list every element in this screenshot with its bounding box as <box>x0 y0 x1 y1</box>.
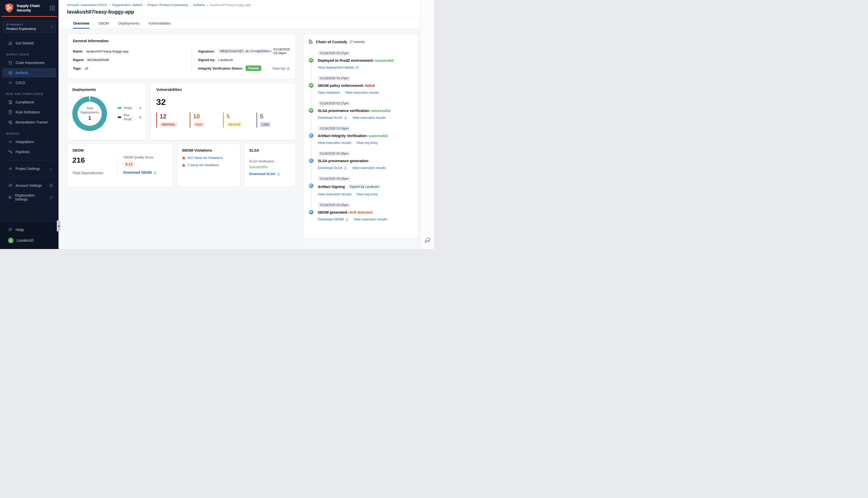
sidebar-user[interactable]: L Lavakush <box>2 235 56 246</box>
view-execution-results-link[interactable]: View execution results <box>345 91 379 94</box>
tab-vulnerabilities[interactable]: Vulnerabilities <box>148 18 171 29</box>
breadcrumb-organization[interactable]: Organization: default <box>112 3 142 7</box>
download-icon <box>344 166 347 169</box>
download-slsa-link[interactable]: Download SLSA <box>318 116 347 119</box>
breadcrumb-account[interactable]: Account: Automation-SSCA <box>67 3 107 7</box>
legend-value: 1 <box>139 106 141 110</box>
tab-deployments[interactable]: Deployments <box>118 18 139 29</box>
card-title: SLSA <box>249 148 291 152</box>
download-sbom-link[interactable]: Download SBOM <box>123 170 157 174</box>
scan-circle-icon <box>308 209 314 215</box>
allow-list-violations-link[interactable]: 637 Allow list Violations <box>187 156 223 160</box>
event-sbom-generated: 01/16/2025 03:25pm SBOM generated - drif… <box>308 202 413 228</box>
sidebar-item-label: Get Started <box>16 41 34 45</box>
event-title: Artifact Integrity Verification <box>318 134 366 138</box>
artifact-digest: 8d23bd3b5d8f <box>87 58 109 62</box>
sidebar-item-label: Artifacts <box>16 71 28 75</box>
view-execution-results-link[interactable]: View execution results <box>352 166 386 170</box>
sidebar-item-compliance[interactable]: Compliance <box>2 97 56 107</box>
event-separator: - <box>363 83 365 88</box>
slsa-status: Successful <box>249 165 291 169</box>
tab-sbom[interactable]: SBOM <box>99 18 109 29</box>
sidebar-item-artifacts[interactable]: Artifacts <box>2 68 56 78</box>
page-title: lavakush07/easy-buggy-app <box>67 9 434 15</box>
artifacts-cube-icon <box>8 70 13 75</box>
user-name: Lavakush <box>16 238 34 243</box>
app-title: Supply Chain Security <box>16 3 48 13</box>
deny-list-violations-link[interactable]: 2 Deny list Violations <box>187 163 219 167</box>
view-execution-results-link[interactable]: View execution results <box>352 116 386 119</box>
sidebar-item-help[interactable]: ? Help <box>2 225 56 235</box>
link-label: View execution results <box>345 91 379 94</box>
deployments-card: Deployments Total Deployments 1 <box>67 82 146 140</box>
link-label: 637 Allow list Violations <box>187 156 223 160</box>
info-icon[interactable] <box>49 184 53 187</box>
sidebar-item-project-settings[interactable]: Project Settings › <box>2 164 56 173</box>
event-status: successful <box>372 109 390 113</box>
download-sbom-link[interactable]: Download SBOM <box>318 218 349 221</box>
sidebar-item-rule-definitions[interactable]: Rule Definitions <box>2 107 56 117</box>
right-gutter <box>420 0 434 249</box>
link-label: View execution results <box>352 116 386 119</box>
chat-bubbles-icon[interactable] <box>424 237 431 244</box>
sidebar-item-remediation-tracker[interactable]: Remediation Tracker <box>2 117 56 127</box>
view-execution-results-link[interactable]: View execution results <box>318 192 351 196</box>
link-label: Download SBOM <box>123 170 152 174</box>
signature-date: 01/16/2025 03:26pm <box>273 48 290 55</box>
sidebar-item-organization-settings[interactable]: Organization Settings <box>2 191 56 204</box>
sidebar-item-integrations[interactable]: Integrations <box>2 137 56 147</box>
module-grid-icon[interactable] <box>50 6 54 10</box>
link-label: View execution results <box>318 141 351 145</box>
info-icon[interactable] <box>50 196 53 199</box>
sidebar-collapse-handle[interactable]: ◀ <box>57 220 61 232</box>
severity-count: 5 <box>260 113 282 120</box>
signature-label: Signature: <box>198 50 215 53</box>
vulnerabilities-total: 32 <box>156 97 290 107</box>
view-log-link[interactable]: View log <box>272 66 290 70</box>
chevron-right-icon: › <box>51 25 52 29</box>
signature-value[interactable]: MEQCICde2VjIT...bL+2+mqnOXw== <box>218 49 273 54</box>
view-deployment-details-link[interactable]: View deployment details <box>318 66 359 69</box>
link-label: View execution results <box>318 192 351 196</box>
deploy-hexagon-icon <box>308 57 314 63</box>
card-title: Deployments <box>72 87 141 92</box>
sidebar-item-account-settings[interactable]: Account Settings <box>2 181 56 190</box>
download-icon <box>344 116 347 119</box>
legend-item-prod: Prod 1 <box>118 106 141 110</box>
breadcrumb-artifacts[interactable]: Artifacts <box>193 3 205 7</box>
sidebar-item-code-repositories[interactable]: Code Repositories <box>2 58 56 67</box>
download-slsa-link[interactable]: Download SLSA <box>318 166 347 170</box>
event-slsa-provenance-verification: 01/16/2025 03:27pm SLSA provenance verif… <box>308 101 413 126</box>
view-execution-results-link[interactable]: View execution results <box>318 141 351 145</box>
view-log-entry-link[interactable]: View log entry <box>357 192 378 196</box>
link-label: View violations <box>318 91 340 94</box>
event-title: SBOM generated <box>318 210 347 214</box>
download-icon <box>153 171 157 174</box>
breadcrumb-separator: › <box>190 3 191 7</box>
clipboard-check-icon <box>8 110 13 115</box>
project-selector[interactable]: PROJECT Product Exploratory › <box>3 21 55 33</box>
sidebar-item-get-started[interactable]: Get Started <box>2 38 56 48</box>
view-execution-results-link[interactable]: View execution results <box>354 218 387 221</box>
external-link-icon <box>355 66 359 69</box>
sidebar-item-pipelines[interactable]: Pipelines <box>2 147 56 157</box>
breadcrumb-project[interactable]: Project: Product Exploratory <box>147 3 188 7</box>
tab-overview[interactable]: Overview <box>73 18 89 29</box>
event-title: SBOM policy enforcement <box>318 83 363 88</box>
allow-list-violations-row: 637 Allow list Violations <box>182 156 236 160</box>
event-status: drift detected <box>349 210 373 214</box>
card-title: Vulnerabilities <box>156 87 290 92</box>
download-slsa-link[interactable]: Download SLSA <box>249 172 280 176</box>
event-separator: - <box>348 210 349 214</box>
link-label: Download SLSA <box>318 116 342 119</box>
view-log-entry-link[interactable]: View log entry <box>357 141 378 145</box>
event-timestamp: 01/16/2025 03:26pm <box>318 126 351 131</box>
event-title: Deployed to Prod2 environment <box>318 58 373 63</box>
artifact-tags: v5 <box>85 66 88 70</box>
breadcrumb-current: lavakush07/easy-buggy-app <box>210 3 251 7</box>
event-title: Artifact Signing <box>318 185 345 189</box>
layers-gear-icon <box>8 183 13 188</box>
event-separator: - <box>370 109 371 113</box>
view-violations-link[interactable]: View violations <box>318 91 340 94</box>
sidebar-item-cicd[interactable]: ∞ CI/CD <box>2 78 56 87</box>
